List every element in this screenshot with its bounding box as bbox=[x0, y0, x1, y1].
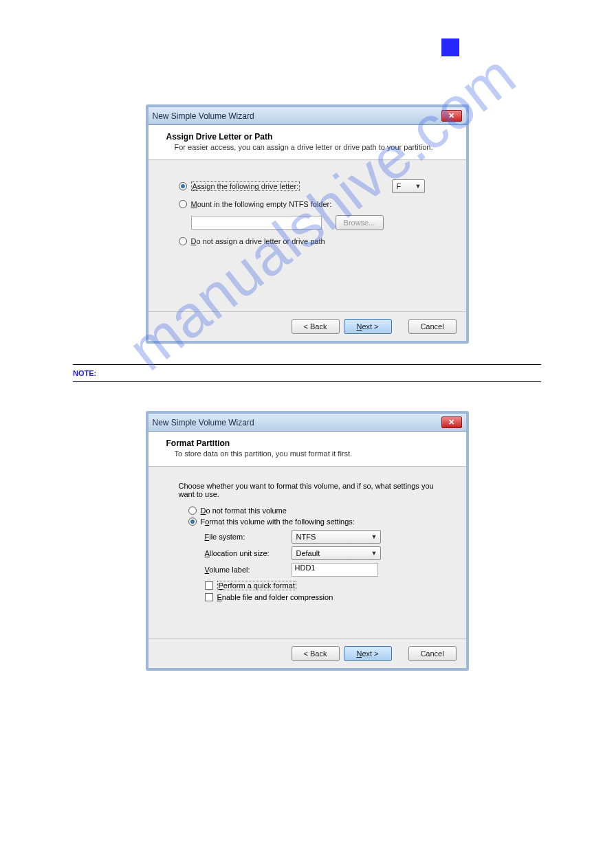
close-button[interactable]: ✕ bbox=[441, 110, 462, 122]
dialog-assign-drive-letter: New Simple Volume Wizard ✕ Assign Drive … bbox=[146, 104, 469, 344]
dialog-format-partition: New Simple Volume Wizard ✕ Format Partit… bbox=[146, 411, 469, 671]
intro-text: Choose whether you want to format this v… bbox=[179, 482, 450, 498]
chevron-down-icon: ▼ bbox=[371, 533, 377, 540]
dialog-title: New Simple Volume Wizard bbox=[153, 418, 254, 427]
chevron-down-icon: ▼ bbox=[371, 550, 377, 557]
banner-title: Format Partition bbox=[166, 438, 452, 448]
drive-letter-value: F bbox=[397, 182, 402, 190]
label-no-assign: Do not assign a drive letter or drive pa… bbox=[191, 237, 325, 245]
titlebar: New Simple Volume Wizard ✕ bbox=[149, 107, 466, 125]
step-7-text bbox=[73, 95, 541, 99]
drive-letter-select[interactable]: F ▼ bbox=[392, 179, 425, 193]
cancel-button[interactable]: Cancel bbox=[408, 646, 457, 661]
file-system-value: NTFS bbox=[296, 533, 316, 541]
label-volume-label: Volume label: bbox=[205, 566, 287, 574]
radio-no-assign[interactable] bbox=[179, 237, 187, 245]
banner-title: Assign Drive Letter or Path bbox=[166, 132, 452, 142]
label-assign-letter: AAssign the following drive letter:ssign… bbox=[191, 181, 300, 191]
close-button[interactable]: ✕ bbox=[441, 416, 462, 428]
file-system-select[interactable]: NTFS ▼ bbox=[292, 530, 381, 544]
dialog-title: New Simple Volume Wizard bbox=[153, 111, 254, 121]
checkbox-quick-format[interactable] bbox=[205, 581, 213, 590]
next-button[interactable]: Next > bbox=[344, 646, 392, 661]
volume-label-input[interactable]: HDD1 bbox=[292, 563, 378, 577]
back-button[interactable]: < Back bbox=[292, 646, 340, 661]
allocation-unit-select[interactable]: Default ▼ bbox=[292, 546, 381, 560]
close-icon: ✕ bbox=[448, 112, 454, 120]
radio-assign-letter[interactable] bbox=[179, 182, 187, 190]
note: NOTE: bbox=[73, 364, 541, 382]
banner-subtitle: For easier access, you can assign a driv… bbox=[175, 143, 452, 151]
next-button[interactable]: Next > bbox=[344, 319, 392, 334]
close-icon: ✕ bbox=[448, 419, 454, 426]
label-file-system: File system: bbox=[205, 533, 287, 541]
note-label: NOTE: bbox=[73, 369, 96, 377]
cancel-button[interactable]: Cancel bbox=[408, 319, 457, 334]
chevron-down-icon: ▼ bbox=[415, 183, 421, 190]
label-allocation-unit: Allocation unit size: bbox=[205, 549, 287, 557]
label-compression: Enable file and folder compression bbox=[217, 593, 333, 601]
browse-button[interactable]: Browse... bbox=[336, 215, 384, 230]
radio-format[interactable] bbox=[188, 518, 197, 526]
banner-subtitle: To store data on this partition, you mus… bbox=[175, 449, 452, 458]
allocation-unit-value: Default bbox=[296, 549, 320, 557]
checkbox-compression[interactable] bbox=[205, 593, 213, 601]
radio-no-format[interactable] bbox=[188, 507, 197, 515]
back-button[interactable]: < Back bbox=[292, 319, 340, 334]
label-quick-format: Perform a quick format bbox=[217, 581, 296, 590]
radio-mount-folder[interactable] bbox=[179, 200, 187, 208]
step-8-text bbox=[73, 393, 541, 397]
mount-path-input[interactable] bbox=[191, 216, 322, 230]
label-no-format: Do not format this volume bbox=[201, 507, 287, 515]
label-format: Format this volume with the following se… bbox=[201, 518, 355, 526]
titlebar: New Simple Volume Wizard ✕ bbox=[149, 414, 466, 432]
page-number-box bbox=[441, 38, 459, 56]
label-mount-folder: Mount in the following empty NTFS folder… bbox=[191, 200, 332, 208]
